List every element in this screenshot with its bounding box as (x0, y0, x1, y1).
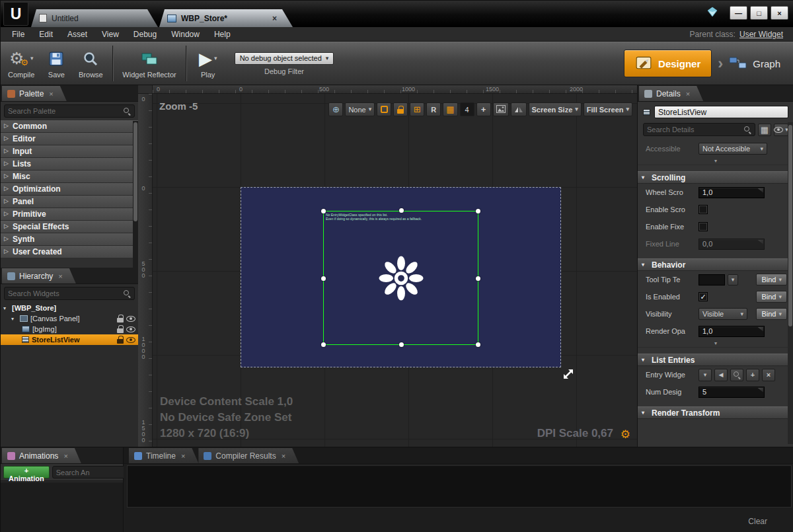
tab-palette[interactable]: Palette × (2, 86, 67, 101)
dpi-settings-gear-icon[interactable]: ⚙ (621, 429, 630, 440)
compile-button[interactable]: ⚙ ⚙ ▾ Compile (3, 44, 39, 83)
palette-scrollbar[interactable] (133, 121, 138, 268)
resize-fit-button[interactable]: + (476, 102, 491, 116)
close-icon[interactable]: × (272, 15, 277, 22)
hierarchy-row-storelistview[interactable]: StoreListView (1, 334, 138, 345)
document-tab-wbp-store[interactable]: WBP_Store* × (159, 9, 293, 27)
hierarchy-row-wbp-store[interactable]: ▾ [WBP_Store] (1, 303, 138, 313)
lock-widgets-button[interactable] (393, 102, 408, 116)
menu-window[interactable]: Window (164, 27, 207, 41)
close-icon[interactable]: × (686, 90, 690, 98)
hierarchy-search-input[interactable] (8, 289, 120, 297)
designer-mode-button[interactable]: Designer (624, 50, 712, 77)
resize-handle-bottom-left[interactable] (321, 342, 326, 347)
tab-hierarchy[interactable]: Hierarchy × (2, 268, 76, 284)
tab-animations[interactable]: Animations × (2, 448, 81, 463)
palette-category-input[interactable]: ▷Input (1, 145, 138, 158)
menu-debug[interactable]: Debug (126, 27, 164, 41)
menu-edit[interactable]: Edit (32, 27, 60, 41)
resize-handle-top-left[interactable] (321, 209, 326, 213)
use-selected-button[interactable]: ◀ (714, 369, 728, 381)
document-tab-untitled[interactable]: Untitled (31, 9, 158, 27)
chevron-down-icon[interactable]: ▾ (214, 56, 217, 61)
palette-category-primitive[interactable]: ▷Primitive (1, 208, 138, 221)
render-opacity-input[interactable]: 1,0 (699, 326, 765, 337)
visibility-eye-icon[interactable] (126, 337, 135, 343)
scrollbar-thumb[interactable] (788, 125, 792, 326)
parent-class-link[interactable]: User Widget (739, 30, 783, 39)
lock-icon[interactable] (117, 315, 124, 323)
menu-file[interactable]: File (5, 27, 32, 41)
enable-fixed-checkbox[interactable] (699, 222, 708, 231)
outline-toggle-button[interactable] (377, 102, 391, 116)
section-list-entries[interactable]: ▾ List Entries (638, 354, 793, 366)
tab-compiler-results[interactable]: Compiler Results × (198, 448, 299, 463)
palette-category-misc[interactable]: ▷Misc (1, 171, 138, 183)
menu-help[interactable]: Help (207, 27, 238, 41)
palette-category-user-created[interactable]: ▷User Created (1, 246, 138, 258)
culture-dropdown[interactable]: None▾ (345, 102, 375, 116)
widget-reflector-button[interactable]: Widget Reflector (118, 44, 180, 83)
grid-snap-size-button[interactable]: 4 (460, 102, 474, 116)
close-icon[interactable]: × (49, 90, 53, 98)
fixed-line-input[interactable]: 0,0 (699, 239, 765, 250)
visibility-eye-icon[interactable] (126, 316, 135, 322)
fill-screen-dropdown[interactable]: Fill Screen▾ (584, 102, 632, 116)
palette-category-synth[interactable]: ▷Synth (1, 233, 138, 246)
play-button[interactable]: ▶ ▾ Play (191, 44, 225, 83)
advanced-expander[interactable]: ▾ (638, 157, 793, 165)
entry-widget-class-dropdown[interactable]: ▾ (699, 369, 712, 381)
palette-category-lists[interactable]: ▷Lists (1, 158, 138, 171)
flip-preview-button[interactable] (511, 102, 527, 116)
add-animation-button[interactable]: + Animation (3, 466, 50, 478)
close-icon[interactable]: × (181, 452, 185, 460)
object-name-input[interactable] (654, 106, 788, 118)
scrollbar-thumb[interactable] (133, 122, 137, 221)
resize-handle-bottom-right[interactable] (476, 342, 480, 347)
close-icon[interactable]: × (58, 272, 62, 280)
browse-to-asset-button[interactable] (730, 369, 743, 381)
preview-background-button[interactable] (493, 102, 509, 116)
enable-scroll-checkbox[interactable] (699, 205, 708, 214)
wheel-scroll-input[interactable]: 1,0 (699, 187, 765, 198)
palette-category-common[interactable]: ▷Common (1, 120, 138, 133)
details-search-input[interactable] (647, 126, 741, 133)
debug-object-dropdown[interactable]: No debug object selected ▾ (235, 52, 334, 65)
designer-canvas-area[interactable]: Zoom -5 ⊕ None▾ ⊞ R ▦ 4 + (153, 94, 637, 447)
visibility-eye-icon[interactable] (126, 326, 135, 332)
view-options-button[interactable]: ▾ (774, 124, 788, 136)
close-window-button[interactable]: × (771, 6, 788, 20)
expander-icon[interactable]: ▾ (3, 305, 9, 311)
resize-handle-left[interactable] (321, 276, 326, 281)
menu-asset[interactable]: Asset (60, 27, 94, 41)
close-icon[interactable]: × (282, 452, 285, 460)
details-scrollbar[interactable] (788, 122, 793, 444)
lock-icon[interactable] (117, 325, 124, 333)
palette-category-optimization[interactable]: ▷Optimization (1, 183, 138, 196)
animations-list-area[interactable] (1, 482, 123, 532)
snap-small-grid-button[interactable]: ⊞ (410, 102, 424, 116)
resize-handle-bottom[interactable] (399, 342, 404, 347)
visibility-bind-button[interactable]: Bind▾ (756, 308, 787, 320)
accessible-dropdown[interactable]: Not Accessible ▾ (699, 143, 767, 155)
is-enabled-bind-button[interactable]: Bind▾ (756, 291, 787, 303)
clear-button[interactable]: Clear (741, 515, 774, 528)
palette-category-editor[interactable]: ▷Editor (1, 133, 138, 145)
clear-entry-button[interactable]: × (762, 369, 775, 381)
num-designer-input[interactable]: 5 (699, 387, 765, 398)
section-render-transform[interactable]: ▾ Render Transform (638, 406, 793, 419)
visibility-dropdown[interactable]: Visible ▾ (699, 308, 747, 320)
property-matrix-button[interactable]: ▦ (758, 124, 771, 136)
resize-handle-top-right[interactable] (476, 209, 480, 213)
screen-size-dropdown[interactable]: Screen Size▾ (529, 102, 582, 116)
grid-snap-toggle-button[interactable]: ▦ (443, 102, 457, 116)
add-entry-button[interactable]: + (746, 369, 759, 381)
tab-details[interactable]: Details × (639, 86, 703, 101)
tooltip-text-input[interactable] (699, 274, 725, 285)
section-scrolling[interactable]: ▾ Scrolling (638, 171, 793, 184)
minimize-button[interactable]: — (730, 6, 747, 20)
section-behavior[interactable]: ▾ Behavior (638, 258, 793, 271)
is-enabled-checkbox[interactable] (699, 292, 708, 301)
chevron-down-icon[interactable]: ▾ (30, 56, 34, 61)
menu-view[interactable]: View (94, 27, 126, 41)
